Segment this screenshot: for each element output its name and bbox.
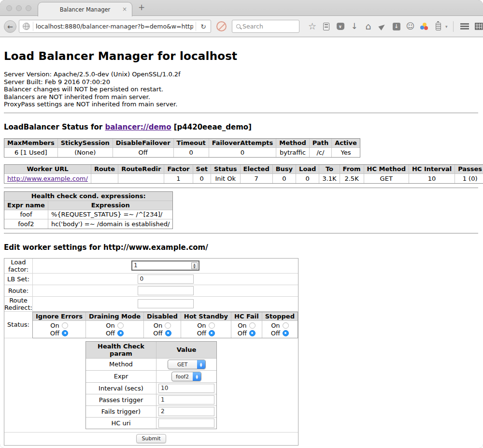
cell-expr-name: foof: [4, 210, 48, 219]
table-row: http://www.example.com/ 1 0 Init Ok 7 0 …: [4, 174, 483, 183]
battery-extension-icon[interactable]: [431, 23, 445, 30]
hc-expressions-table: Health check cond. expressions: Expr nam…: [4, 191, 173, 229]
select-arrows-icon: ▲▼: [193, 372, 201, 381]
column-header: Value: [156, 342, 216, 359]
lb-set-input[interactable]: [138, 275, 194, 284]
method-select[interactable]: GET ▲▼: [168, 360, 206, 369]
minimize-window-button[interactable]: [16, 5, 22, 11]
column-header: DisableFailover: [113, 139, 174, 148]
divider: [4, 233, 478, 234]
pocket-icon[interactable]: ∨: [333, 23, 347, 30]
hc-uri-label: HC uri: [86, 418, 156, 429]
search-bar[interactable]: [232, 20, 299, 33]
column-header: Load: [296, 165, 319, 174]
toolbar-icons: ☆ ∨ ↓ ⌂ ↓ ☺ ▾: [305, 21, 483, 32]
route-input[interactable]: [138, 286, 194, 295]
number-stepper[interactable]: ▲▼: [191, 262, 198, 269]
hc-expressions-title: Health check cond. expressions:: [4, 192, 172, 201]
fails-input[interactable]: [158, 407, 214, 416]
hc-uri-input[interactable]: [158, 419, 214, 428]
save-page-icon[interactable]: ↓: [389, 23, 403, 30]
content-blocked-icon[interactable]: [216, 21, 227, 31]
back-button[interactable]: ←: [4, 20, 16, 33]
worker-url-link[interactable]: http://www.example.com/: [7, 175, 88, 182]
column-header: Factor: [164, 165, 193, 174]
server-info: Server Version: Apache/2.5.0-dev (Unix) …: [4, 71, 478, 108]
load-factor-input[interactable]: 1 ▲▼: [131, 260, 199, 271]
cell-worker-url: http://www.example.com/: [4, 174, 91, 183]
route-redirect-input[interactable]: [138, 299, 194, 308]
hc-fail-on-radio[interactable]: [249, 322, 256, 329]
stopped-on-radio[interactable]: [283, 322, 289, 329]
column-header: Hot Standby: [181, 312, 231, 321]
hot-standby-off-radio[interactable]: [209, 330, 215, 336]
draining-mode-off-radio[interactable]: [117, 330, 124, 336]
downloads-icon[interactable]: ↓: [347, 22, 361, 30]
form-row-route: Route:: [4, 285, 298, 297]
cell-routeredir: [118, 174, 164, 183]
clipboard-icon: [323, 23, 329, 30]
column-header: Draining Mode: [86, 312, 144, 321]
stopped-off-radio[interactable]: [283, 330, 289, 336]
inherit-note-line: Balancers are NOT inherited from main se…: [4, 93, 478, 101]
hot-standby-on-radio[interactable]: [209, 322, 215, 329]
tab-title: Balancer Manager: [60, 6, 111, 13]
interval-label: Interval (secs): [86, 383, 156, 394]
persist-note-line: Balancer changes will NOT be persisted o…: [4, 86, 478, 93]
chevron-down-icon[interactable]: ▾: [445, 24, 448, 29]
url-bar[interactable]: ↻: [19, 20, 211, 33]
ignore-errors-off-radio[interactable]: [62, 330, 68, 336]
hc-row-fails: Fails trigger): [86, 406, 216, 418]
disabled-on-radio[interactable]: [165, 322, 171, 329]
cell-expression: %{REQUEST_STATUS} =~ /^[234]/: [48, 210, 173, 219]
tab-balancer-manager[interactable]: Balancer Manager ×: [38, 2, 132, 16]
cell-to: 3.1K: [319, 174, 340, 183]
balancer-status-table: MaxMembers StickySession DisableFailover…: [4, 138, 360, 158]
balancer-demo-link[interactable]: balancer://demo: [105, 123, 171, 131]
chat-smiley-icon[interactable]: ☺: [403, 22, 417, 30]
draining-mode-on-radio[interactable]: [117, 322, 124, 329]
passes-input[interactable]: [158, 395, 214, 405]
url-input[interactable]: [33, 23, 196, 30]
hc-fail-off-radio[interactable]: [249, 330, 256, 336]
fails-label: Fails trigger): [86, 406, 156, 418]
reload-icon: ↻: [200, 23, 206, 30]
cell-disablefailover: Off: [113, 148, 174, 157]
cell-factor: 1: [164, 174, 193, 183]
bookmark-star-icon[interactable]: ☆: [305, 22, 319, 31]
page-content: Load Balancer Manager for localhost Serv…: [0, 37, 483, 448]
status-flags-table: Ignore Errors Draining Mode Disabled Hot…: [32, 312, 298, 338]
table-header-row: MaxMembers StickySession DisableFailover…: [4, 139, 360, 148]
hc-row-interval: Interval (secs): [86, 383, 216, 394]
menu-hamburger-icon[interactable]: [458, 23, 472, 29]
cell-status: Init Ok: [211, 174, 241, 183]
hc-row-passes: Passes trigger: [86, 394, 216, 406]
cell-busy: 0: [273, 174, 296, 183]
cell-route: [91, 174, 118, 183]
interval-input[interactable]: [158, 384, 214, 393]
disabled-off-radio[interactable]: [165, 330, 171, 336]
search-input[interactable]: [242, 23, 288, 30]
send-tab-icon[interactable]: [375, 24, 389, 29]
tab-close-icon[interactable]: ×: [122, 6, 127, 13]
tile-grid-icon[interactable]: [472, 23, 483, 30]
submit-button[interactable]: Submit: [136, 434, 166, 443]
expr-select[interactable]: foof2 ▲▼: [171, 372, 201, 381]
column-header: Set: [193, 165, 211, 174]
reading-list-icon[interactable]: [319, 23, 333, 30]
share-palette-icon[interactable]: [417, 23, 431, 30]
reload-button[interactable]: ↻: [196, 23, 211, 30]
form-row-route-redirect: Route Redirect:: [4, 297, 298, 312]
column-header: HC Fail: [231, 312, 262, 321]
cell-hc-method: GET: [364, 174, 409, 183]
zoom-window-button[interactable]: [26, 5, 31, 11]
table-header-row: Ignore Errors Draining Mode Disabled Hot…: [33, 312, 298, 321]
close-window-button[interactable]: [6, 5, 12, 11]
hc-row-method: Method GET ▲▼: [86, 359, 216, 371]
server-version-line: Server Version: Apache/2.5.0-dev (Unix) …: [4, 71, 478, 78]
home-icon[interactable]: ⌂: [361, 22, 375, 31]
table-header-row: Worker URL Route RouteRedir Factor Set S…: [4, 165, 483, 174]
table-title-row: Health check cond. expressions:: [4, 192, 172, 201]
new-tab-button[interactable]: +: [138, 2, 145, 12]
ignore-errors-on-radio[interactable]: [62, 322, 68, 329]
